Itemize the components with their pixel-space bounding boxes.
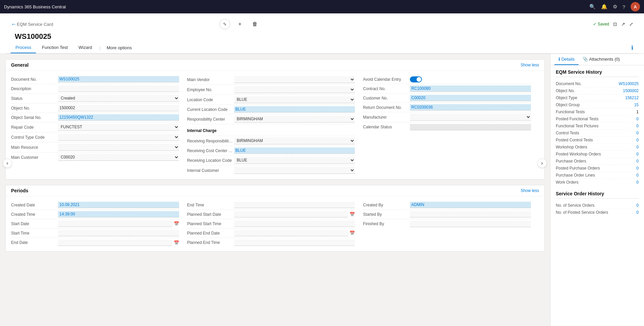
bell-icon[interactable]: 🔔	[601, 4, 607, 10]
field-finished-by: Finished By	[363, 219, 531, 229]
right-object-group[interactable]: 15	[634, 103, 639, 107]
location-code-select[interactable]: BLUE	[234, 96, 355, 103]
right-purchase-order-lines[interactable]: 0	[636, 173, 639, 178]
eqm-service-history-section: EQM Service History Document No. WS10002…	[556, 69, 639, 186]
more-options[interactable]: More options	[102, 43, 137, 53]
end-date-calendar-icon[interactable]: 📅	[174, 240, 179, 245]
page-header: ← EQM Service Card ✎ + 🗑 ✓ Saved ⊡ ↗ ⤢ W…	[0, 13, 644, 54]
field-main-vendor: Main Vendor	[187, 75, 355, 85]
expand-icon[interactable]: ⤢	[629, 21, 633, 27]
right-functional-tests[interactable]: 1	[636, 110, 639, 114]
end-date-input[interactable]	[58, 240, 172, 246]
return-document-no-input[interactable]	[410, 104, 531, 111]
planned-end-date-calendar-icon[interactable]: 📅	[350, 231, 355, 236]
right-tab-details[interactable]: ℹ Details	[554, 54, 579, 65]
right-tab-attachments[interactable]: 📎 Attachments (0)	[579, 54, 624, 65]
right-posted-purchase-orders[interactable]: 0	[636, 166, 639, 171]
right-posted-functional-tests[interactable]: 0	[636, 117, 639, 121]
section-info-icon[interactable]: ℹ	[631, 45, 633, 51]
internal-customer-select[interactable]	[234, 167, 355, 174]
add-button[interactable]: +	[235, 20, 244, 28]
right-workshop-orders[interactable]: 0	[636, 145, 639, 149]
right-row-purchase-order-lines: Purchase Order Lines 0	[556, 172, 639, 179]
start-date-input[interactable]	[58, 220, 172, 227]
periods-section-header: Periods Show less	[6, 185, 544, 196]
right-object-type[interactable]: 156212	[625, 95, 639, 100]
created-time-input[interactable]	[58, 211, 179, 217]
right-object-no[interactable]: 1500002	[623, 88, 639, 93]
general-form-grid: Document No. Description Status Created	[11, 75, 539, 175]
manufacturer-select[interactable]	[410, 114, 531, 121]
main-vendor-select[interactable]	[234, 76, 355, 83]
nav-next-button[interactable]: ›	[537, 158, 547, 168]
start-date-calendar-icon[interactable]: 📅	[174, 221, 179, 226]
planned-end-time-input[interactable]	[234, 240, 355, 246]
saved-indicator: ✓ Saved	[593, 22, 609, 26]
description-input[interactable]	[58, 85, 179, 92]
receiving-responsibility-center-select[interactable]: BIRMINGHAM	[234, 137, 355, 144]
avatar[interactable]: A	[631, 2, 640, 11]
right-functional-test-pictures[interactable]: 0	[636, 124, 639, 128]
popout-icon[interactable]: ↗	[621, 21, 625, 27]
settings-icon[interactable]: ⚙	[613, 4, 617, 10]
right-control-tests[interactable]: 0	[636, 131, 639, 135]
employee-no-select[interactable]	[234, 86, 355, 93]
field-calendar-status: Calendar Status	[363, 122, 531, 132]
right-no-posted-service-orders[interactable]: 0	[636, 210, 639, 215]
control-type-code-select[interactable]	[58, 134, 179, 141]
started-by-input[interactable]	[410, 211, 531, 217]
field-main-customer: Main Customer C00020	[11, 152, 179, 162]
repair-code-select[interactable]: FUNCTEST	[58, 124, 179, 131]
responsibility-center-select[interactable]: BIRMINGHAM	[234, 116, 355, 123]
field-return-document-no: Return Document No.	[363, 103, 531, 112]
general-show-less[interactable]: Show less	[521, 63, 539, 67]
right-purchase-orders[interactable]: 0	[636, 159, 639, 164]
planned-start-date-calendar-icon[interactable]: 📅	[350, 212, 355, 217]
object-serial-no-input[interactable]	[58, 114, 179, 121]
right-row-work-orders: Work Orders 0	[556, 179, 639, 186]
periods-show-less[interactable]: Show less	[521, 188, 539, 193]
right-work-orders[interactable]: 0	[636, 180, 639, 185]
object-no-input[interactable]	[58, 105, 179, 111]
customer-no-input[interactable]	[410, 95, 531, 101]
delete-button[interactable]: 🗑	[250, 20, 260, 28]
right-document-no[interactable]: WS100025	[619, 81, 639, 86]
right-posted-control-tests[interactable]: 0	[636, 138, 639, 142]
nav-prev-button[interactable]: ‹	[3, 158, 12, 168]
current-location-code-input[interactable]	[234, 106, 355, 113]
field-created-date: Created Date	[11, 200, 179, 210]
start-time-input[interactable]	[58, 230, 179, 236]
end-time-input[interactable]	[234, 202, 355, 208]
contract-no-input[interactable]	[410, 85, 531, 92]
tab-function-test[interactable]: Function Test	[37, 42, 72, 53]
created-by-input[interactable]	[410, 202, 531, 208]
receiving-cost-center-code-input[interactable]	[234, 147, 355, 154]
planned-start-date-input[interactable]	[234, 211, 348, 217]
general-col3: Avoid Calendar Entry Contract No. Custom…	[363, 75, 539, 175]
main-customer-select[interactable]: C00020	[58, 154, 179, 161]
right-posted-workshop-orders[interactable]: 0	[636, 152, 639, 156]
field-receiving-cost-center-code: Receiving Cost Center Code	[187, 146, 355, 155]
planned-end-date-input[interactable]	[234, 230, 348, 236]
receiving-location-code-select[interactable]: BLUE	[234, 157, 355, 164]
finished-by-input[interactable]	[410, 221, 531, 227]
fullscreen-icon[interactable]: ⊡	[613, 21, 617, 27]
right-row-document-no: Document No. WS100025	[556, 80, 639, 87]
tab-wizard[interactable]: Wizard	[74, 42, 97, 53]
search-icon[interactable]: 🔍	[589, 4, 596, 10]
edit-button[interactable]: ✎	[219, 19, 230, 29]
status-select[interactable]: Created	[58, 95, 179, 102]
right-row-object-group: Object Group 15	[556, 102, 639, 109]
calendar-status-input[interactable]	[410, 124, 531, 130]
eqm-service-history-title: EQM Service History	[556, 69, 639, 77]
tab-process[interactable]: Process	[11, 42, 36, 53]
avoid-calendar-toggle[interactable]	[410, 76, 422, 82]
help-icon[interactable]: ?	[623, 4, 625, 10]
right-row-purchase-orders: Purchase Orders 0	[556, 158, 639, 165]
document-no-input[interactable]	[58, 76, 179, 82]
back-button[interactable]: ←	[11, 21, 17, 28]
created-date-input[interactable]	[58, 202, 179, 208]
main-resource-select[interactable]	[58, 144, 179, 151]
planned-start-time-input[interactable]	[234, 220, 355, 227]
right-no-service-orders[interactable]: 0	[636, 203, 639, 208]
